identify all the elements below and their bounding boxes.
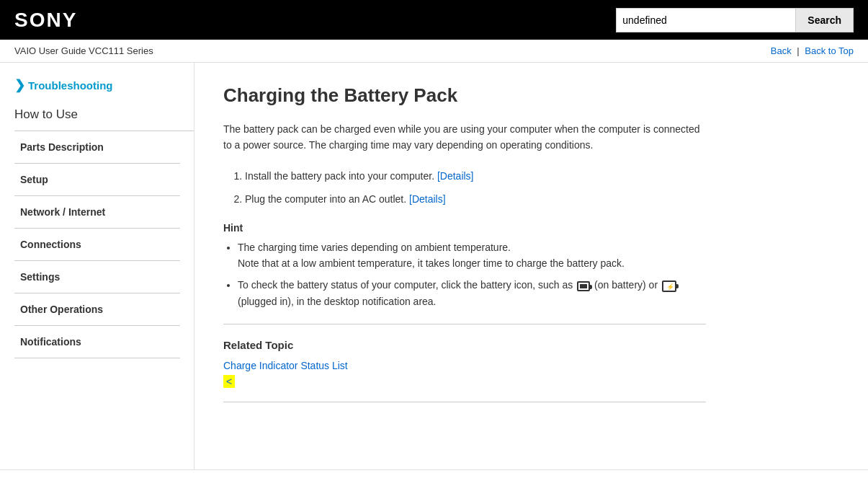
sony-logo: SONY xyxy=(14,9,77,32)
page-title: Charging the Battery Pack xyxy=(223,84,706,107)
battery-on-icon xyxy=(577,281,590,291)
header: SONY Search xyxy=(0,0,868,40)
breadcrumb-guide-text: VAIO User Guide VCC111 Series xyxy=(14,45,153,56)
sidebar-item-network-internet[interactable]: Network / Internet xyxy=(14,196,180,229)
svg-text:⚡: ⚡ xyxy=(666,283,673,290)
hint-title: Hint xyxy=(223,222,706,234)
sidebar-item-connections[interactable]: Connections xyxy=(14,229,180,261)
chevron-icon: ❯ xyxy=(14,77,25,93)
back-to-top-link[interactable]: Back to Top xyxy=(805,45,854,56)
search-area: Search xyxy=(616,8,854,32)
sidebar-item-setup[interactable]: Setup xyxy=(14,164,180,196)
sidebar-item-settings[interactable]: Settings xyxy=(14,261,180,293)
battery-plugged-icon: ⚡ xyxy=(662,280,676,292)
step-1: Install the battery pack into your compu… xyxy=(245,168,706,184)
search-input[interactable] xyxy=(616,8,796,32)
related-topic-divider-top xyxy=(223,324,706,324)
step-1-text: Install the battery pack into your compu… xyxy=(245,170,437,182)
sidebar-item-parts-description[interactable]: Parts Description xyxy=(14,131,180,164)
sidebar-item-notifications[interactable]: Notifications xyxy=(14,326,180,358)
hint-section: Hint The charging time varies depending … xyxy=(223,222,706,310)
breadcrumb-separator: | xyxy=(797,45,799,56)
highlighted-back-link[interactable]: < xyxy=(223,375,235,388)
sidebar-troubleshooting-label: Troubleshooting xyxy=(28,79,113,92)
sidebar-item-other-operations[interactable]: Other Operations xyxy=(14,293,180,326)
charge-indicator-link[interactable]: Charge Indicator Status List xyxy=(223,360,706,371)
breadcrumb-nav: Back | Back to Top xyxy=(771,45,854,56)
content-steps: Install the battery pack into your compu… xyxy=(245,168,706,208)
breadcrumb-bar: VAIO User Guide VCC111 Series Back | Bac… xyxy=(0,40,868,63)
step-2-details-link[interactable]: [Details] xyxy=(409,193,446,205)
sidebar-section-how-to-use: How to Use xyxy=(14,107,194,125)
back-link[interactable]: Back xyxy=(771,45,792,56)
sidebar-item-troubleshooting[interactable]: ❯ Troubleshooting xyxy=(14,77,194,93)
related-topic-divider-bottom xyxy=(223,402,706,402)
related-topic-title: Related Topic xyxy=(223,339,706,351)
step-1-details-link[interactable]: [Details] xyxy=(437,170,474,182)
step-2: Plug the computer into an AC outlet. [De… xyxy=(245,191,706,207)
main-layout: ❯ Troubleshooting How to Use Parts Descr… xyxy=(0,63,868,469)
sidebar: ❯ Troubleshooting How to Use Parts Descr… xyxy=(0,63,194,469)
plug-svg: ⚡ xyxy=(666,283,673,290)
search-button[interactable]: Search xyxy=(796,8,854,32)
step-2-text: Plug the computer into an AC outlet. xyxy=(245,193,409,205)
hint-item-1: The charging time varies depending on am… xyxy=(238,239,706,272)
content-area: Charging the Battery Pack The battery pa… xyxy=(194,63,735,469)
hint-item-2: To check the battery status of your comp… xyxy=(238,277,706,309)
hint-list: The charging time varies depending on am… xyxy=(238,239,706,310)
footer: © 2011 Sony Corporation xyxy=(0,469,868,486)
content-intro: The battery pack can be charged even whi… xyxy=(223,121,706,154)
